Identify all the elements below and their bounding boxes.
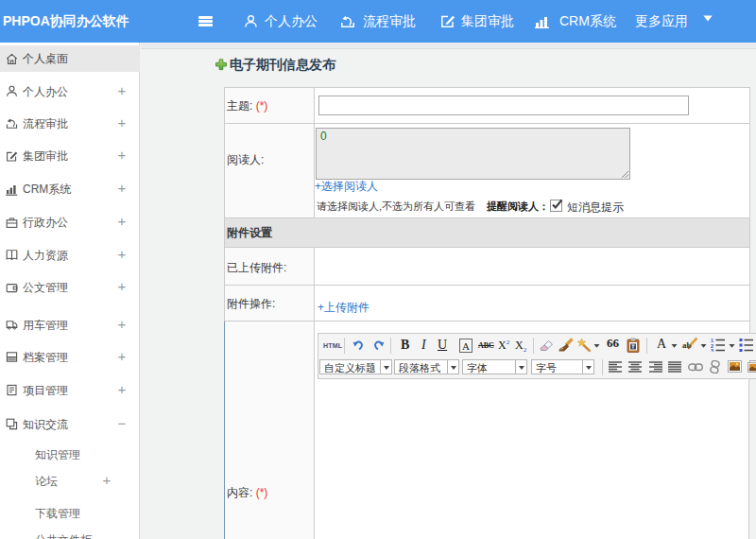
svg-text:3: 3 — [711, 348, 713, 353]
